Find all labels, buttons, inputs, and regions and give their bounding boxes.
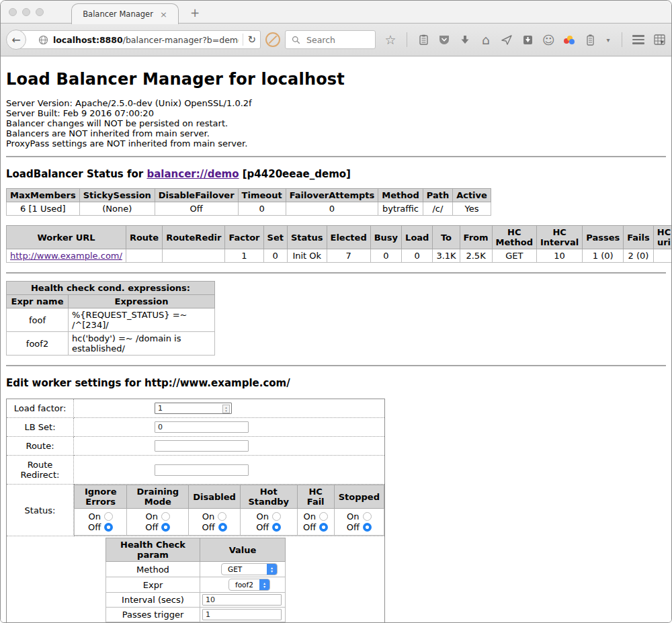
page-content: Load Balancer Manager for localhost Serv… <box>1 56 671 622</box>
server-version-line: Server Version: Apache/2.5.0-dev (Unix) … <box>6 98 666 108</box>
url-host: localhost:8880 <box>53 35 123 45</box>
smiley-icon[interactable]: ☺ <box>542 34 554 46</box>
url-text[interactable]: localhost:8880/balancer-manager?b=demo&w… <box>53 35 239 45</box>
toolbar-icons: ☆ ⌂ ☺ <box>384 32 665 47</box>
form-row-route-redirect: Route Redirect: <box>7 456 385 485</box>
table-row: foof %{REQUEST_STATUS} =~ /^[234]/ <box>7 308 215 332</box>
status-hc-fail-off-radio[interactable] <box>319 523 328 532</box>
fails-trigger-label: Fails trigger) <box>106 622 200 623</box>
server-info: Server Version: Apache/2.5.0-dev (Unix) … <box>6 98 666 149</box>
worker-url-link[interactable]: http://www.example.com/ <box>10 251 122 261</box>
hc-expressions-title: Health check cond. expressions: <box>7 282 215 295</box>
passes-trigger-input[interactable] <box>202 609 282 620</box>
status-label: Status: <box>7 485 74 536</box>
search-input[interactable] <box>305 34 371 46</box>
menu-icon[interactable] <box>632 35 644 44</box>
globe-icon <box>37 34 49 46</box>
content-blocked-icon[interactable] <box>265 32 280 47</box>
status-disabled-off-radio[interactable] <box>218 523 227 532</box>
status-stopped-off-radio[interactable] <box>363 523 372 532</box>
interval-input[interactable] <box>202 594 282 606</box>
divider <box>6 156 666 157</box>
persist-note-line: Balancer changes will NOT be persisted o… <box>6 118 666 128</box>
url-bar[interactable]: localhost:8880/balancer-manager?b=demo&w… <box>19 30 261 49</box>
interval-label: Interval (secs) <box>106 593 200 608</box>
route-redirect-label: Route Redirect: <box>7 456 74 485</box>
new-tab-button[interactable]: + <box>190 6 200 19</box>
send-to-device-icon[interactable] <box>501 34 513 46</box>
active-tab[interactable]: Balancer Manager × <box>71 3 179 24</box>
load-factor-label: Load factor: <box>7 399 74 418</box>
lb-set-input[interactable] <box>155 421 249 433</box>
reload-icon[interactable]: ↻ <box>247 34 256 46</box>
tab-bar: Balancer Manager × + <box>1 1 671 24</box>
balancer-status-table: MaxMembers StickySession DisableFailover… <box>6 188 491 216</box>
route-redirect-input[interactable] <box>155 464 249 476</box>
overflow-caret-icon[interactable]: ▾ <box>605 34 612 46</box>
close-window-button[interactable] <box>9 8 17 16</box>
table-row: foof2 hc('body') =~ /domain is establish… <box>7 332 215 356</box>
status-hot-standby-on-radio[interactable] <box>272 512 281 521</box>
select-stepper-icon: ▴▾ <box>259 579 269 591</box>
load-factor-input[interactable] <box>155 403 232 414</box>
search-bar[interactable] <box>285 30 376 49</box>
url-divider <box>243 34 243 46</box>
route-label: Route: <box>7 437 74 456</box>
status-draining-mode-off-radio[interactable] <box>161 523 170 532</box>
back-button[interactable]: ← <box>6 30 26 50</box>
colorful-extension-icon[interactable] <box>563 34 575 46</box>
worker-status-table: Worker URL Route RouteRedir Factor Set S… <box>6 225 671 263</box>
balancer-status-heading: LoadBalancer Status for balancer://demo … <box>6 168 666 180</box>
search-icon <box>290 34 302 46</box>
table-row: 6 [1 Used] (None) Off 0 0 bytraffic /c/ … <box>7 202 491 216</box>
expr-label: Expr <box>106 577 200 593</box>
server-built-line: Server Built: Feb 9 2016 07:00:20 <box>6 108 666 118</box>
home-icon[interactable]: ⌂ <box>480 34 492 46</box>
table-row: http://www.example.com/ 1 0 Init Ok 7 0 … <box>7 249 672 263</box>
status-disabled-on-radio[interactable] <box>218 512 226 521</box>
page-title: Load Balancer Manager for localhost <box>6 70 666 89</box>
tab-title: Balancer Manager <box>83 9 153 19</box>
toolbar-separator <box>407 32 407 47</box>
status-ignore-errors-off-radio[interactable] <box>104 523 113 532</box>
select-stepper-icon: ▴▾ <box>267 563 277 575</box>
status-draining-mode-on-radio[interactable] <box>161 512 170 521</box>
url-path: /balancer-manager?b=demo&w=http://www.ex… <box>123 35 239 45</box>
status-table: Ignore Errors Draining Mode Disabled Hot… <box>74 485 384 536</box>
proxypass-note-line: ProxyPass settings are NOT inherited fro… <box>6 138 666 149</box>
method-label: Method <box>106 562 200 577</box>
status-hc-fail-on-radio[interactable] <box>319 512 328 521</box>
form-row-status: Status: Ignore Errors Draining Mode Disa… <box>7 485 385 536</box>
toolbar-separator <box>622 32 622 47</box>
edit-worker-heading: Edit worker settings for http://www.exam… <box>6 377 666 389</box>
method-select[interactable]: GET▴▾ <box>221 563 278 575</box>
browser-window: Balancer Manager × + ← localhost:8880/ba… <box>0 0 672 623</box>
status-ignore-errors-on-radio[interactable] <box>104 512 113 521</box>
balancer-link[interactable]: balancer://demo <box>146 168 239 180</box>
expr-select[interactable]: foof2▴▾ <box>228 579 270 591</box>
status-stopped-on-radio[interactable] <box>363 512 372 521</box>
divider <box>6 365 666 366</box>
number-spinner-icon[interactable]: ▴▾ <box>222 405 230 413</box>
grid-panel-icon[interactable] <box>653 34 665 46</box>
status-hot-standby-off-radio[interactable] <box>272 523 281 532</box>
download-icon[interactable] <box>459 34 471 46</box>
route-input[interactable] <box>155 440 249 452</box>
divider <box>6 272 666 274</box>
bookmark-star-icon[interactable]: ☆ <box>384 34 396 46</box>
close-tab-icon[interactable]: × <box>160 9 167 19</box>
zoom-window-button[interactable] <box>36 8 44 16</box>
clipboard-icon[interactable] <box>417 34 429 46</box>
pocket-icon[interactable] <box>438 34 450 46</box>
window-controls <box>9 8 44 16</box>
device-battery-icon[interactable] <box>584 34 596 46</box>
edit-worker-form: Load factor: ▴▾ LB Set: Route: Route Red… <box>6 399 385 622</box>
lb-set-label: LB Set: <box>7 418 74 437</box>
health-check-table: Health Check param Value Method GET▴▾ Ex… <box>106 538 286 622</box>
save-to-pocket-icon[interactable] <box>521 34 534 46</box>
hc-expressions-table: Health check cond. expressions: Expr nam… <box>6 281 215 356</box>
minimize-window-button[interactable] <box>22 8 30 16</box>
form-row-route: Route: <box>7 437 385 456</box>
navigation-toolbar: ← localhost:8880/balancer-manager?b=demo… <box>1 24 671 56</box>
form-row-lb-set: LB Set: <box>7 418 385 437</box>
